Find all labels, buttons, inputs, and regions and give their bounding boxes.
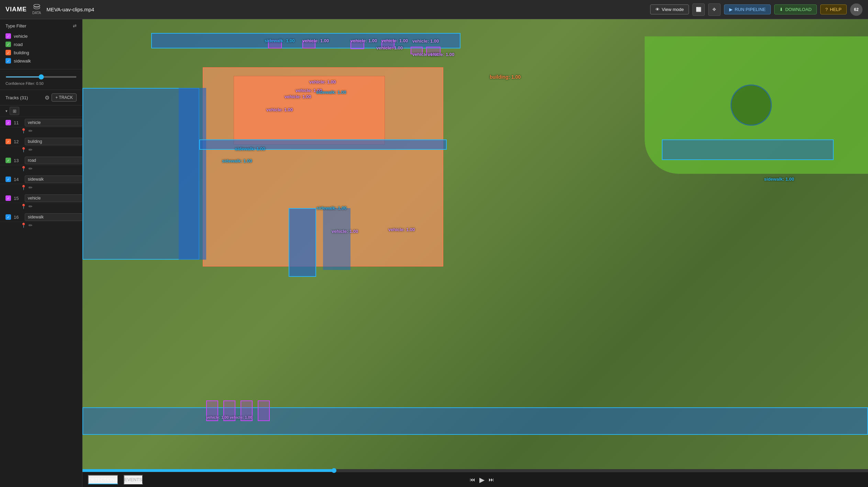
confidence-section: Confidence Filter: 0.50	[0, 69, 82, 90]
filter-sidewalk[interactable]: ✓ sidewalk	[5, 57, 77, 65]
vehicle-annotation-1: vehicle: 1.00	[302, 38, 329, 43]
sidewalk-annotation-2: sidewalk: 1.00	[235, 146, 265, 151]
road-right	[662, 139, 834, 160]
tab-events[interactable]: EVENTS	[124, 475, 143, 484]
building-label: building	[14, 50, 29, 55]
confidence-slider[interactable]	[5, 76, 77, 78]
download-button[interactable]: ⬇ DOWNLOAD	[774, 4, 817, 14]
track-name-12[interactable]	[25, 138, 82, 145]
data-button[interactable]: DATA	[32, 4, 41, 15]
track-location-16[interactable]: 📍	[21, 223, 26, 228]
vehicle-annotation-4: vehicle: 1.00	[412, 38, 439, 44]
track-location-12[interactable]: 📍	[21, 147, 26, 152]
track-edit-14[interactable]: ✏	[29, 185, 33, 190]
track-actions-16: 📍 ✏	[0, 222, 82, 230]
type-filter-header: Type Filter ⇄	[5, 23, 77, 29]
track-item-12: ✓ 12	[0, 136, 82, 146]
building-annotation: building: 1.00	[490, 74, 521, 80]
view-mode-button[interactable]: 👁 View mode	[650, 4, 689, 14]
track-edit-15[interactable]: ✏	[29, 204, 33, 209]
prev-frame-button[interactable]: ⏮	[470, 477, 475, 483]
sidewalk-annotation-1: sidewalk: 1.00	[316, 90, 346, 95]
track-edit-16[interactable]: ✏	[29, 223, 33, 228]
track-actions-13: 📍 ✏	[0, 165, 82, 173]
track-id-14: 14	[14, 177, 22, 182]
add-track-button[interactable]: + TRACK	[52, 93, 77, 102]
track-name-14[interactable]	[25, 175, 82, 183]
tab-detections[interactable]: DETECTIONS	[88, 475, 118, 484]
sidewalk-annotation-top: sidewalk: 1.00	[265, 38, 294, 43]
vehicle-annotation-7: vehicle: 1.00	[428, 52, 454, 57]
vehicle-label: vehicle	[14, 34, 27, 39]
track-checkbox-15[interactable]: ✓	[5, 195, 11, 201]
track-name-16[interactable]	[25, 213, 82, 221]
filter-building[interactable]: ✓ building	[5, 48, 77, 57]
type-filter-label: Type Filter	[5, 23, 26, 29]
track-id-12: 12	[14, 139, 22, 144]
settings-icon[interactable]: ⚙	[45, 94, 49, 101]
sort-down-button[interactable]: ▾	[5, 109, 8, 113]
next-frame-button[interactable]: ⏭	[489, 477, 494, 483]
check-icon: ✓	[7, 50, 10, 55]
vehicle-parked-label: vehicle: 1.00 vehicle: 1.00	[206, 415, 252, 419]
transform-tool-button[interactable]: ✥	[708, 3, 721, 16]
building-checkbox[interactable]: ✓	[5, 50, 11, 55]
track-name-15[interactable]	[25, 194, 82, 202]
tracks-list: ✓ 11 📍 ✏ ✓ 12 📍 ✏ ✓ 13	[0, 117, 82, 487]
road-left-inner	[179, 88, 206, 260]
track-id-13: 13	[14, 158, 22, 163]
user-avatar[interactable]: 62	[850, 3, 863, 16]
swap-icon[interactable]: ⇄	[73, 23, 77, 29]
track-edit-12[interactable]: ✏	[29, 147, 33, 152]
filename-label: MEVA-uav-clips.mp4	[46, 7, 645, 12]
help-button[interactable]: ? HELP	[820, 4, 847, 14]
video-area: sidewalk: 1.00 vehicle: 1.00 vehicle: 1.…	[82, 19, 868, 487]
track-checkbox-16[interactable]: ✓	[5, 214, 11, 220]
track-actions-12: 📍 ✏	[0, 146, 82, 155]
timeline-progress	[82, 469, 334, 472]
track-id-16: 16	[14, 215, 22, 220]
track-name-13[interactable]	[25, 157, 82, 164]
main-content: Type Filter ⇄ ✓ vehicle ✓ road ✓ buildi	[0, 19, 868, 487]
vehicle-annotation-3: vehicle: 1.00	[381, 38, 408, 43]
run-icon: ▶	[729, 7, 733, 12]
sidewalk-annotation-3: sidewalk: 1.00	[222, 158, 252, 163]
vehicle-checkbox[interactable]: ✓	[5, 33, 11, 39]
track-edit-11[interactable]: ✏	[29, 128, 33, 134]
track-item-13: ✓ 13	[0, 155, 82, 165]
road-checkbox[interactable]: ✓	[5, 42, 11, 47]
track-checkbox-14[interactable]: ✓	[5, 177, 11, 182]
track-edit-13[interactable]: ✏	[29, 166, 33, 171]
tracks-tools: ⚙ + TRACK	[45, 93, 77, 102]
vehicle-annotation-10: vehicle: 1.00	[285, 94, 311, 99]
track-location-15[interactable]: 📍	[21, 204, 26, 209]
filter-vehicle[interactable]: ✓ vehicle	[5, 32, 77, 40]
track-name-11[interactable]	[25, 119, 82, 126]
track-location-11[interactable]: 📍	[21, 128, 26, 134]
selection-tool-button[interactable]: ⬜	[692, 3, 705, 16]
help-icon: ?	[825, 7, 828, 12]
track-location-13[interactable]: 📍	[21, 166, 26, 171]
track-checkbox-12[interactable]: ✓	[5, 139, 11, 144]
vehicle-annotation-2: vehicle: 1.00	[350, 38, 377, 43]
filter-road[interactable]: ✓ road	[5, 40, 77, 48]
sidewalk-checkbox[interactable]: ✓	[5, 58, 11, 64]
track-actions-11: 📍 ✏	[0, 127, 82, 136]
vehicle-bottom-2: vehicle: 1.00	[388, 227, 415, 232]
play-button[interactable]: ▶	[479, 476, 485, 484]
roundabout	[731, 84, 772, 126]
video-frame: sidewalk: 1.00 vehicle: 1.00 vehicle: 1.…	[82, 19, 868, 469]
track-id-15: 15	[14, 196, 22, 201]
track-checkbox-11[interactable]: ✓	[5, 120, 11, 125]
timeline-bar[interactable]	[82, 469, 868, 472]
vehicle-annotation-5: vehicle: 1.00	[376, 45, 403, 50]
track-item-15: ✓ 15	[0, 192, 82, 203]
sort-icon-button[interactable]: ⊞	[10, 107, 19, 115]
track-actions-14: 📍 ✏	[0, 184, 82, 192]
track-location-14[interactable]: 📍	[21, 185, 26, 190]
tracks-sort-row: ▾ ⊞	[0, 105, 82, 117]
track-item-14: ✓ 14	[0, 173, 82, 184]
selection-icon: ⬜	[696, 7, 701, 12]
run-pipeline-button[interactable]: ▶ RUN PIPELINE	[724, 4, 771, 14]
track-checkbox-13[interactable]: ✓	[5, 158, 11, 163]
